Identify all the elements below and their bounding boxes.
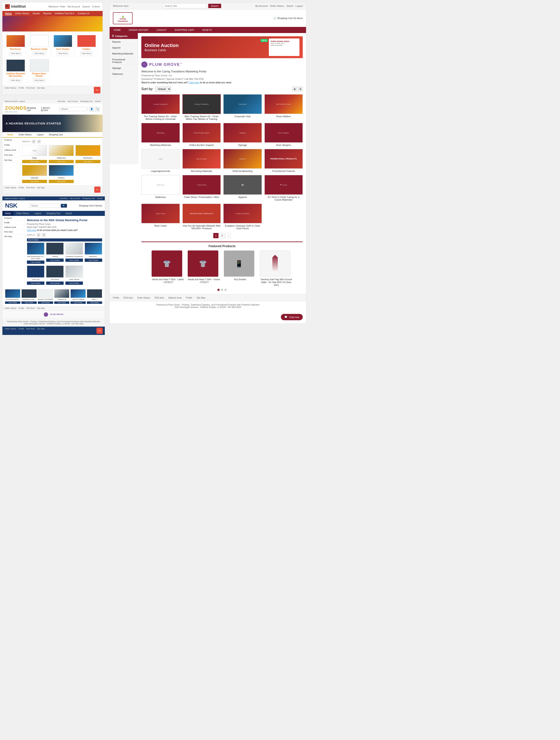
- nsk-sidebar-products[interactable]: Products: [2, 216, 24, 220]
- ih-footer-profile[interactable]: Profile: [19, 87, 24, 93]
- z-nav-logout[interactable]: Logout: [34, 132, 46, 137]
- z-footer-order-history[interactable]: Order History: [5, 187, 16, 193]
- z-sidebar-sitemap[interactable]: Site Map: [2, 158, 20, 163]
- ct-footer-address-book[interactable]: Address book: [168, 297, 182, 299]
- nsk-nav-cart[interactable]: Shopping Cart: [44, 211, 63, 216]
- ct-footer-rss[interactable]: RSS feed: [123, 297, 133, 299]
- ih-view-btn-spec[interactable]: View Items: [33, 79, 45, 82]
- z-icon-search[interactable]: 🔍: [95, 107, 100, 111]
- z-view-btn-bags[interactable]: View Items: [22, 160, 47, 163]
- nsk-footer-sitemap[interactable]: Site Map: [37, 307, 45, 309]
- ih-view-btn-folders[interactable]: View Items: [80, 52, 93, 55]
- nsk-extra-btn-3[interactable]: View Details: [54, 301, 70, 304]
- nsk-view-btn-3[interactable]: View Details: [85, 259, 102, 262]
- ct-footer-rss2[interactable]: RSS feed: [155, 297, 164, 299]
- ct-search-input[interactable]: [163, 3, 206, 8]
- ct-footer-sitemap[interactable]: Site Map: [197, 297, 205, 299]
- ct-nav-assets[interactable]: ASSETS: [198, 27, 216, 33]
- nsk-search-button[interactable]: 🔍: [61, 204, 67, 208]
- z-sidebar-rss[interactable]: RSS feed: [2, 153, 20, 158]
- ct-sidebar-promotional[interactable]: Promotional Products: [110, 57, 138, 65]
- ih-footer-rss[interactable]: RSS feed: [26, 87, 35, 93]
- ct-dot-2[interactable]: [221, 289, 223, 291]
- ct-page-2[interactable]: 2: [219, 233, 225, 238]
- nsk-top-my-account[interactable]: My Account: [70, 197, 80, 199]
- ct-nav-order-history[interactable]: ORDER HISTORY: [125, 27, 153, 33]
- ih-cart[interactable]: 0 Items: [92, 5, 100, 8]
- z-display-list[interactable]: ☰: [37, 140, 41, 143]
- nsk-nav-home[interactable]: Home: [2, 211, 14, 216]
- z-footer-sitemap[interactable]: Site Map: [37, 187, 45, 193]
- ih-view-btn-branded[interactable]: View Items: [9, 79, 22, 82]
- z-view-btn-manuals[interactable]: View Items: [22, 180, 47, 183]
- ih-nav-home[interactable]: Home: [5, 12, 12, 15]
- z-shopping-cart[interactable]: Shopping Cart: [80, 100, 93, 102]
- ct-sort-select[interactable]: Default: [155, 86, 171, 92]
- ct-dot-3[interactable]: [224, 289, 226, 291]
- nsk-extra-btn-1[interactable]: View Details: [21, 301, 37, 304]
- nsk-nav-logout[interactable]: Logout: [32, 211, 44, 216]
- nsk-bottom-rss[interactable]: RSS feed: [26, 328, 35, 334]
- z-search-input[interactable]: [59, 107, 88, 111]
- ih-my-account[interactable]: My Account: [68, 5, 80, 8]
- ih-view-btn-brochures[interactable]: View Items: [9, 52, 22, 55]
- ih-nav-assets[interactable]: Assets: [32, 12, 40, 15]
- ct-order-history-link[interactable]: Order History: [270, 5, 284, 7]
- z-sidebar-profile[interactable]: Profile: [2, 143, 20, 148]
- z-favorites[interactable]: Favorites: [57, 100, 66, 102]
- ct-sidebar-stationery[interactable]: Stationery: [110, 71, 138, 77]
- z-view-btn-stationery[interactable]: View Items: [49, 160, 74, 163]
- nsk-top-favorites[interactable]: Favorites: [60, 197, 68, 199]
- ct-footer-profile2[interactable]: Profile: [186, 297, 192, 299]
- z-footer-rss[interactable]: RSS feed: [26, 187, 35, 193]
- z-sidebar-products[interactable]: Products: [2, 137, 20, 143]
- ct-my-account[interactable]: My Account: [255, 5, 268, 7]
- nsk-extra-btn-4[interactable]: View Details: [71, 301, 86, 304]
- nsk-footer-rss[interactable]: RSS feed: [26, 307, 35, 309]
- nsk-view-btn-1[interactable]: View Details: [46, 259, 64, 262]
- z-nav-order-history[interactable]: Order History: [16, 132, 34, 137]
- nsk-sidebar-sitemap[interactable]: Site Map: [2, 234, 24, 239]
- ih-nav-reports[interactable]: Reports: [43, 12, 52, 15]
- ct-dot-1[interactable]: [217, 289, 220, 291]
- z-sidebar-address[interactable]: Address book: [2, 148, 20, 153]
- nsk-display-list[interactable]: ☰: [42, 233, 45, 237]
- ct-saved[interactable]: Saved: [286, 5, 293, 7]
- nsk-top-cart[interactable]: Shopping Cart: [82, 197, 95, 199]
- z-view-btn-brochures[interactable]: View Items: [76, 160, 100, 163]
- nsk-nav-order-history[interactable]: Order History: [14, 211, 32, 216]
- nsk-extra-btn-2[interactable]: View Details: [38, 301, 53, 304]
- z-saved[interactable]: Saved: [95, 100, 100, 102]
- nsk-bottom-sitemap[interactable]: Site Map: [37, 328, 45, 334]
- ct-logout[interactable]: Logout: [295, 5, 303, 7]
- ct-sidebar-signage[interactable]: Signage: [110, 65, 138, 71]
- z-nav-cart[interactable]: Shopping Cart: [46, 132, 66, 137]
- nsk-extra-btn-0[interactable]: View Details: [5, 301, 20, 304]
- ct-click-here[interactable]: Click here: [189, 81, 199, 84]
- nsk-bottom-profile[interactable]: Profile: [19, 328, 24, 334]
- ct-sidebar-reports[interactable]: Reports: [110, 39, 138, 45]
- ct-page-next[interactable]: ›: [225, 233, 231, 238]
- ih-search[interactable]: Search: [82, 5, 90, 8]
- ih-view-btn-business[interactable]: View Items: [33, 52, 45, 55]
- nsk-sidebar-profile[interactable]: Profile: [2, 220, 24, 225]
- nsk-footer-profile[interactable]: Profile: [19, 307, 24, 309]
- z-nav-home[interactable]: Home: [5, 132, 16, 137]
- ct-chat-button[interactable]: 💬 Chat now: [281, 314, 303, 320]
- ih-nav-order-history[interactable]: Order History: [15, 12, 29, 15]
- ct-page-1[interactable]: 1: [213, 233, 218, 238]
- ih-footer-order-history[interactable]: Order History: [5, 87, 16, 93]
- nsk-view-btn-6[interactable]: View Details: [66, 282, 83, 285]
- nsk-view-btn-4[interactable]: View Details: [27, 282, 44, 285]
- nsk-extra-btn-5[interactable]: View Details: [87, 301, 102, 304]
- nsk-sidebar-address[interactable]: Address book: [2, 225, 24, 230]
- nsk-view-btn-5[interactable]: View Details: [46, 282, 64, 285]
- ct-footer-order-history[interactable]: Order History: [137, 297, 150, 299]
- z-my-account[interactable]: My Account: [68, 100, 78, 102]
- ct-search-button[interactable]: Search: [208, 4, 221, 8]
- ih-nav-toolkit[interactable]: Intellihot Tool Kit ▾: [55, 12, 74, 15]
- nsk-click-here[interactable]: Click here: [27, 229, 36, 232]
- ct-view-grid[interactable]: ⊞: [292, 87, 297, 91]
- nsk-nav-assets[interactable]: Assets: [63, 211, 75, 216]
- ct-view-list[interactable]: ☰: [298, 87, 303, 91]
